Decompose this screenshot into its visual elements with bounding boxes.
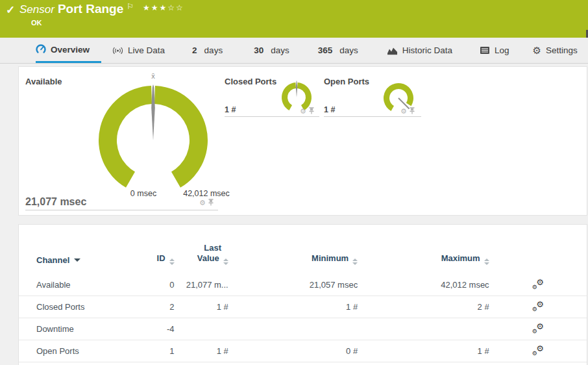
priority-stars[interactable]: ★★★☆☆ <box>143 3 184 12</box>
tab-label: days <box>339 45 358 55</box>
channel-id: 1 <box>139 340 174 362</box>
tab-label: Log <box>495 45 509 55</box>
tab-label: Settings <box>546 45 578 55</box>
gauge-settings-gear-icon[interactable]: ⚙ <box>199 199 206 207</box>
header-label: Channel <box>36 255 69 265</box>
sort-icon <box>484 258 489 265</box>
gauge-min-label: 0 msec <box>121 189 166 198</box>
gear-icon: ⚙ <box>533 45 541 55</box>
gauge-settings-gear-icon[interactable]: ⚙ <box>400 108 407 115</box>
channel-name: Available <box>19 274 139 296</box>
tab-2-days[interactable]: 2 days <box>192 38 223 63</box>
channel-table: Channel ID Last Value Minimum Maximum <box>19 243 587 365</box>
tab-30-days[interactable]: 30 days <box>254 38 289 63</box>
tab-historic-data[interactable]: Historic Data <box>387 38 452 63</box>
pin-icon[interactable] <box>409 107 415 115</box>
channel-settings-gears-icon[interactable]: ⚙⚙ <box>532 345 544 355</box>
tab-settings[interactable]: ⚙ Settings <box>533 38 578 63</box>
channel-table-card: Channel ID Last Value Minimum Maximum <box>18 224 587 365</box>
gauge-settings-gear-icon[interactable]: ⚙ <box>300 108 306 115</box>
gauge-title-available: Available <box>25 77 62 86</box>
available-gauge <box>92 79 215 202</box>
gauge-value-available: 21,077 msec <box>25 196 86 208</box>
header-maximum[interactable]: Maximum <box>358 243 489 274</box>
tab-number: 2 <box>192 45 197 55</box>
sensor-kind-label: Sensor <box>19 3 55 16</box>
tab-label: Live Data <box>128 45 165 55</box>
sensor-title: Port Range <box>58 2 123 16</box>
channel-settings-gears-icon[interactable]: ⚙⚙ <box>532 323 544 333</box>
log-list-icon <box>480 46 490 55</box>
header-label: Last <box>204 243 221 253</box>
sensor-header: ✓ SensorPort Range⚐★★★☆☆ OK <box>0 0 588 38</box>
pin-icon[interactable] <box>308 107 315 115</box>
sort-icon <box>352 258 358 265</box>
tab-live-data[interactable]: Live Data <box>112 38 165 63</box>
header-label: Maximum <box>441 253 480 263</box>
gauge-icon <box>36 44 46 55</box>
gauge-title-closed-ports: Closed Ports <box>225 77 276 86</box>
channel-maximum <box>358 318 489 340</box>
channel-minimum <box>228 318 358 340</box>
flag-icon[interactable]: ⚐ <box>127 2 134 11</box>
header-id[interactable]: ID <box>139 243 174 274</box>
channel-last-value: 1 # <box>175 340 228 362</box>
channel-id: 0 <box>139 274 174 296</box>
header-actions <box>489 243 587 274</box>
tab-label: Overview <box>51 45 90 55</box>
divider <box>225 116 319 117</box>
divider <box>25 210 218 210</box>
header-label: Value <box>197 253 219 263</box>
channel-minimum: 0 # <box>228 340 358 362</box>
tab-number: 365 <box>318 45 333 55</box>
sort-icon <box>169 258 175 265</box>
channel-maximum: 1 # <box>358 340 489 362</box>
live-signal-icon <box>112 45 123 56</box>
status-badge: OK <box>31 19 42 27</box>
tab-overview[interactable]: Overview <box>36 38 101 63</box>
table-row: Downtime -4 ⚙⚙ <box>19 318 587 340</box>
sort-icon <box>223 258 228 265</box>
tab-bar: Overview Live Data 2 days 30 days 365 da… <box>0 38 588 64</box>
gauge-title-open-ports: Open Ports <box>324 77 369 86</box>
gauge-value-open-ports: 1 # <box>324 105 335 114</box>
gauge-value-closed-ports: 1 # <box>225 105 236 114</box>
header-label: Minimum <box>312 253 349 263</box>
channel-id: 2 <box>139 296 174 318</box>
sort-desc-icon <box>74 258 80 262</box>
table-row: Open Ports 1 1 # 0 # 1 # ⚙⚙ <box>19 340 587 362</box>
header-channel[interactable]: Channel <box>19 243 139 274</box>
channel-settings-gears-icon[interactable]: ⚙⚙ <box>532 279 544 289</box>
channel-last-value: 21,077 m... <box>175 274 228 296</box>
status-check-icon: ✓ <box>6 3 15 17</box>
divider <box>324 116 421 117</box>
tab-365-days[interactable]: 365 days <box>318 38 358 63</box>
channel-last-value: 1 # <box>175 296 228 318</box>
sensor-title-line: SensorPort Range⚐★★★☆☆ <box>19 2 184 16</box>
channel-maximum: 2 # <box>358 296 489 318</box>
table-header-row: Channel ID Last Value Minimum Maximum <box>19 243 587 274</box>
channel-name: Open Ports <box>19 340 139 362</box>
table-row-partial <box>19 362 587 365</box>
pin-icon[interactable] <box>208 199 214 207</box>
channel-name: Closed Ports <box>19 296 139 318</box>
historic-chart-icon <box>387 46 398 55</box>
channel-minimum: 1 # <box>228 296 358 318</box>
gauge-max-label: 42,012 msec <box>164 189 249 198</box>
tab-label: Historic Data <box>402 45 452 55</box>
channel-minimum: 21,057 msec <box>228 274 358 296</box>
channel-id: -4 <box>139 318 174 340</box>
tab-log[interactable]: Log <box>480 38 509 63</box>
header-last-value[interactable]: Last Value <box>175 243 228 274</box>
channel-last-value <box>175 318 228 340</box>
channel-maximum: 42,012 msec <box>358 274 489 296</box>
header-minimum[interactable]: Minimum <box>228 243 358 274</box>
header-label: ID <box>157 253 165 263</box>
gauges-card: Available x̄ 0 msec 42,012 msec 21,077 m… <box>18 66 587 216</box>
tab-label: days <box>204 45 223 55</box>
table-row: Available 0 21,077 m... 21,057 msec 42,0… <box>19 274 587 296</box>
table-row: Closed Ports 2 1 # 1 # 2 # ⚙⚙ <box>19 296 587 318</box>
channel-name: Downtime <box>19 318 139 340</box>
tab-number: 30 <box>254 45 263 55</box>
channel-settings-gears-icon[interactable]: ⚙⚙ <box>532 301 544 311</box>
